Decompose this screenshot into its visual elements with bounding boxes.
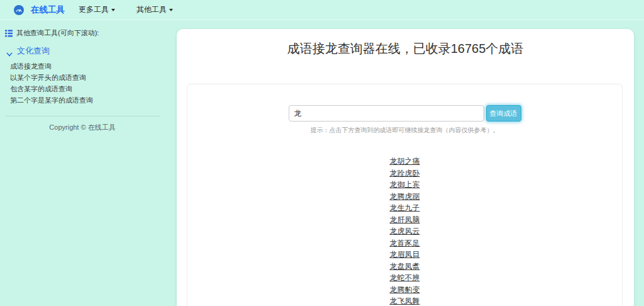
idiom-link[interactable]: 龙虎风云 <box>187 225 622 237</box>
idiom-link[interactable]: 龙眉凤目 <box>187 249 622 261</box>
sidebar-item[interactable]: 包含某字的成语查询 <box>5 83 160 94</box>
brand-link[interactable]: 在线工具 <box>31 4 65 16</box>
search-row: 查询成语 <box>187 105 622 122</box>
sidebar-item[interactable]: 第二个字是某字的成语查询 <box>5 94 160 106</box>
caret-down-icon <box>111 9 115 11</box>
idiom-link[interactable]: 龙御上宾 <box>187 179 622 191</box>
sidebar-item[interactable]: 成语接龙查询 <box>5 60 160 72</box>
sidebar-item[interactable]: 以某个字开头的成语查询 <box>5 72 160 83</box>
idiom-link[interactable]: 龙飞凤舞 <box>187 295 622 306</box>
query-idiom-button[interactable]: 查询成语 <box>486 105 521 122</box>
idiom-link[interactable]: 龙腾虎踞 <box>187 191 622 203</box>
chevron-down-icon <box>6 49 13 54</box>
idiom-link[interactable]: 龙肝凤脑 <box>187 214 622 226</box>
menu-more-tools-label: 更多工具 <box>79 4 109 15</box>
idiom-link[interactable]: 龙生九子 <box>187 202 622 214</box>
list-icon <box>5 30 13 37</box>
sidebar-section-culture-query[interactable]: 文化查询 <box>6 45 160 57</box>
idiom-link[interactable]: 龙跧虎卧 <box>187 167 622 179</box>
idiom-link[interactable]: 龙腾豹变 <box>187 284 622 296</box>
idiom-link[interactable]: 龙蛇不辨 <box>187 272 622 284</box>
site-logo-icon[interactable] <box>14 5 24 15</box>
sidebar-divider <box>5 116 160 116</box>
navbar-menus: 更多工具 其他工具 <box>72 1 179 19</box>
sidebar-item-list: 成语接龙查询 以某个字开头的成语查询 包含某字的成语查询 第二个字是某字的成语查… <box>5 60 160 106</box>
copyright-text: Copyright © 在线工具 <box>5 123 160 132</box>
menu-more-tools[interactable]: 更多工具 <box>72 1 121 19</box>
page-title: 成语接龙查询器在线，已收录16765个成语 <box>177 29 634 57</box>
idiom-link[interactable]: 龙盘凤翥 <box>187 261 622 273</box>
idiom-result-list: 龙胡之痛 龙跧虎卧 龙御上宾 龙腾虎踞 龙生九子 龙肝凤脑 龙虎风云 龙首豕足 … <box>187 156 622 306</box>
main-panel: 成语接龙查询器在线，已收录16765个成语 查询成语 提示：点击下方查询到的成语… <box>177 29 634 306</box>
idiom-link[interactable]: 龙首豕足 <box>187 237 622 249</box>
sidebar-heading: 其他查询工具(可向下滚动): <box>5 28 160 38</box>
sidebar: 其他查询工具(可向下滚动): 文化查询 成语接龙查询 以某个字开头的成语查询 包… <box>0 25 165 132</box>
query-card: 查询成语 提示：点击下方查询到的成语即可继续接龙查询（内容仅供参考）。 龙胡之痛… <box>187 84 623 306</box>
sidebar-heading-label: 其他查询工具(可向下滚动): <box>16 28 99 38</box>
idiom-search-input[interactable] <box>289 105 484 122</box>
menu-other-tools[interactable]: 其他工具 <box>130 1 179 19</box>
hint-text: 提示：点击下方查询到的成语即可继续接龙查询（内容仅供参考）。 <box>187 126 622 135</box>
top-navbar: 在线工具 更多工具 其他工具 <box>0 0 644 20</box>
sidebar-section-label: 文化查询 <box>17 45 50 57</box>
menu-other-tools-label: 其他工具 <box>136 4 167 15</box>
idiom-link[interactable]: 龙胡之痛 <box>187 156 622 167</box>
caret-down-icon <box>169 9 173 11</box>
